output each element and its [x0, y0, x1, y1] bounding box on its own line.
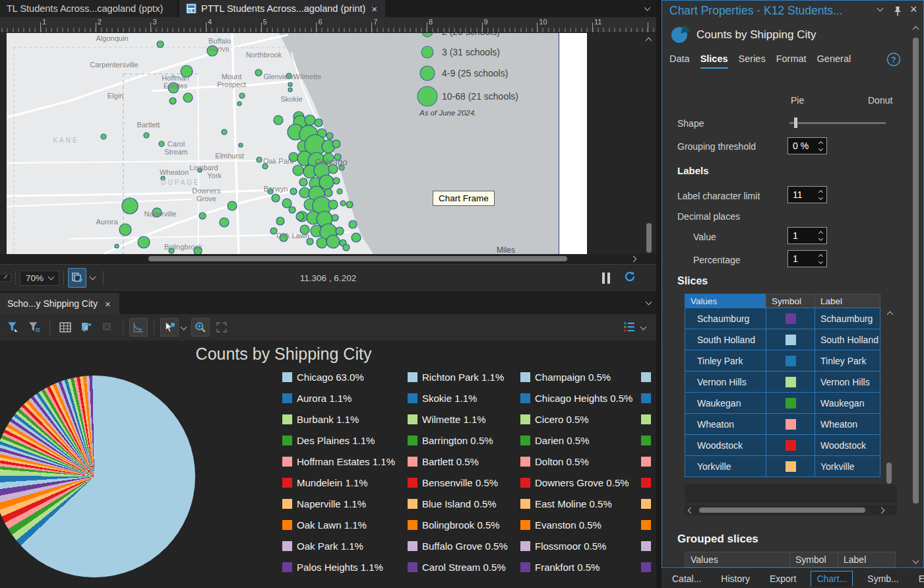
dock-tab-elem[interactable]: Elem... — [913, 572, 924, 586]
pane-tab-general[interactable]: General — [817, 53, 851, 69]
dock-tab-symb[interactable]: Symb... — [862, 572, 904, 586]
filter-by-extent-button[interactable] — [25, 318, 44, 337]
slice-row[interactable]: South HollandSouth Holland — [685, 329, 897, 350]
filter-by-selection-button[interactable] — [4, 318, 22, 337]
layout-horizontal-scrollbar[interactable] — [0, 254, 656, 264]
column-header-values[interactable]: Values — [685, 552, 790, 568]
slice-label-cell[interactable]: Vernon Hills — [815, 371, 880, 393]
slice-symbol-cell[interactable] — [766, 413, 815, 435]
label-character-limit-spinner[interactable]: 11 — [787, 186, 827, 203]
trend-line-button[interactable] — [129, 318, 148, 337]
cut-combo[interactable] — [0, 274, 11, 282]
table-horizontal-scroll-thumb[interactable] — [699, 507, 865, 513]
map-frame[interactable]: AlgonquinBuffaloGroveNorthbrookCarpenter… — [7, 33, 559, 254]
slice-value-cell[interactable]: Schaumburg — [685, 308, 766, 329]
slice-symbol-cell[interactable] — [766, 434, 815, 456]
pin-icon[interactable] — [893, 6, 902, 16]
chart-view-tab[interactable]: Scho...y Shipping City × — [0, 293, 119, 314]
refresh-view-button[interactable] — [623, 270, 636, 286]
spin-up-icon[interactable] — [818, 189, 822, 194]
spin-down-icon[interactable] — [818, 259, 822, 263]
slice-row[interactable]: WaukeganWaukegan — [685, 393, 897, 414]
slice-row[interactable]: SchaumburgSchaumburg — [685, 308, 897, 329]
close-tab-icon[interactable]: × — [104, 299, 112, 309]
horizontal-scroll-thumb[interactable] — [148, 256, 567, 261]
spin-up-icon[interactable] — [818, 230, 822, 235]
legend-options-chevron-icon[interactable] — [640, 323, 647, 330]
slice-color-swatch[interactable] — [785, 461, 796, 472]
slice-color-swatch[interactable] — [785, 356, 796, 366]
slice-label-cell[interactable]: South Holland — [815, 329, 880, 350]
shape-slider[interactable] — [789, 122, 886, 124]
scroll-up-icon[interactable] — [646, 38, 652, 44]
slice-value-cell[interactable]: Vernon Hills — [685, 371, 766, 393]
pane-scroll-thumb[interactable] — [913, 38, 919, 504]
selection-mode-chevron-icon[interactable] — [181, 323, 187, 330]
slice-symbol-cell[interactable] — [766, 455, 815, 477]
percentage-decimals-spinner[interactable]: 1 — [787, 250, 827, 267]
slice-value-cell[interactable]: Wheaton — [685, 413, 766, 435]
spin-down-icon[interactable] — [818, 146, 822, 150]
dock-tab-catal[interactable]: Catal... — [667, 572, 706, 586]
slice-label-cell[interactable]: Woodstock — [815, 434, 880, 456]
slice-color-swatch[interactable] — [785, 440, 796, 451]
zoom-level-combo[interactable]: 70% — [20, 271, 59, 286]
legend-visibility-button[interactable] — [620, 318, 638, 337]
pause-drawing-button[interactable] — [602, 273, 610, 284]
slice-symbol-cell[interactable] — [766, 329, 815, 350]
tab-list-chevron-icon[interactable] — [644, 5, 651, 11]
slice-color-swatch[interactable] — [785, 398, 796, 408]
dock-tab-export[interactable]: Export — [764, 572, 801, 586]
tab-pptx-layout[interactable]: TL Students Across...cagoland (pptx) — [0, 0, 177, 17]
value-decimals-spinner[interactable]: 1 — [787, 227, 827, 244]
page-options-chevron-icon[interactable] — [90, 274, 96, 280]
full-extent-button[interactable] — [212, 318, 231, 337]
vertical-scroll-thumb[interactable] — [646, 223, 652, 253]
slice-color-swatch[interactable] — [785, 335, 796, 345]
column-header-label[interactable]: Label — [815, 294, 880, 308]
scroll-right-icon[interactable] — [631, 256, 637, 263]
pie-chart[interactable] — [0, 376, 195, 577]
scroll-right-icon[interactable] — [878, 507, 885, 514]
column-header-symbol[interactable]: Symbol — [789, 552, 838, 568]
slice-label-cell[interactable]: Schaumburg — [815, 308, 880, 329]
switch-selection-button[interactable] — [77, 318, 96, 337]
slice-value-cell[interactable]: South Holland — [685, 329, 766, 350]
close-pane-icon[interactable]: × — [909, 3, 919, 15]
slice-symbol-cell[interactable] — [766, 371, 815, 393]
close-tab-icon[interactable]: × — [370, 4, 379, 14]
slice-color-swatch[interactable] — [785, 419, 796, 430]
pane-tab-format[interactable]: Format — [776, 53, 807, 69]
slice-label-cell[interactable]: Wheaton — [815, 413, 880, 435]
layout-vertical-scrollbar[interactable] — [643, 33, 655, 254]
slice-row[interactable]: YorkvilleYorkville — [685, 456, 897, 477]
slice-label-cell[interactable]: Tinley Park — [815, 350, 880, 372]
column-header-label[interactable]: Label — [838, 552, 896, 568]
pane-tab-data[interactable]: Data — [669, 53, 690, 69]
selection-mode-button[interactable] — [160, 318, 179, 337]
slice-value-cell[interactable]: Woodstock — [685, 434, 766, 456]
column-header-symbol[interactable]: Symbol — [766, 294, 815, 308]
tab-list-chevron-icon[interactable] — [646, 299, 652, 306]
slice-row[interactable]: WheatonWheaton — [685, 414, 897, 435]
pane-tab-series[interactable]: Series — [739, 53, 766, 69]
shape-slider-handle[interactable] — [794, 117, 797, 128]
column-header-values[interactable]: Values — [685, 294, 766, 308]
tab-print-layout[interactable]: PTTL Students Across...agoland (print) × — [179, 0, 385, 17]
grouping-threshold-spinner[interactable]: 0 % — [787, 137, 827, 154]
add-page-button[interactable] — [68, 268, 86, 288]
show-data-table-button[interactable] — [56, 318, 75, 337]
slice-value-cell[interactable]: Waukegan — [685, 392, 766, 414]
table-horizontal-scrollbar[interactable] — [685, 505, 897, 515]
slice-color-swatch[interactable] — [785, 377, 796, 387]
slice-label-cell[interactable]: Yorkville — [815, 455, 880, 477]
table-vertical-scroll-thumb[interactable] — [886, 463, 892, 484]
slice-row[interactable]: Vernon HillsVernon Hills — [685, 372, 897, 393]
slice-value-cell[interactable]: Tinley Park — [685, 350, 766, 372]
slice-row[interactable]: WoodstockWoodstock — [685, 435, 897, 456]
slice-label-cell[interactable]: Waukegan — [815, 392, 880, 414]
slice-symbol-cell[interactable] — [766, 350, 815, 372]
zoom-mode-button[interactable] — [191, 318, 210, 337]
scroll-left-icon[interactable] — [688, 507, 694, 514]
slice-symbol-cell[interactable] — [766, 308, 815, 329]
